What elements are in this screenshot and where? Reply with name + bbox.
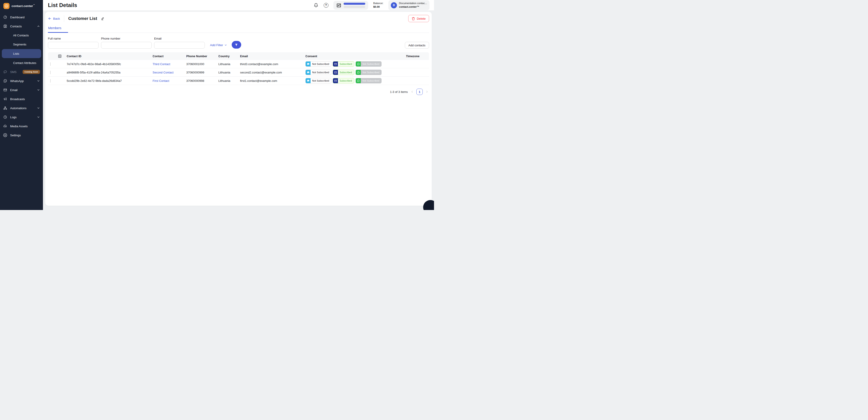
brand-name: contact.center™ (11, 4, 35, 8)
chevron-up-icon (37, 25, 40, 28)
usage-bar-secondary (344, 6, 365, 8)
row-checkbox[interactable] (50, 71, 51, 74)
avatar: D (391, 2, 397, 8)
full-name-input[interactable] (48, 42, 98, 49)
brand-logo-icon (3, 3, 9, 9)
sidebar-item-whatsapp[interactable]: WhatsApp (0, 77, 43, 85)
sidebar-item-label: Contacts (10, 25, 22, 28)
add-contacts-button[interactable]: Add contacts (405, 42, 429, 49)
delete-button[interactable]: Delete (408, 15, 429, 22)
tab-members[interactable]: Members (48, 25, 68, 33)
edit-pencil-icon[interactable] (101, 17, 105, 21)
settings-icon (3, 133, 7, 138)
consent-label: Not Subscribed (361, 63, 381, 65)
user-menu[interactable]: D Documentation contac... contact.center… (388, 0, 430, 10)
usage-widget[interactable] (333, 1, 368, 10)
sidebar-item-label: Settings (10, 133, 21, 137)
topbar: List Details Balance: $0.00 D (43, 0, 434, 10)
cell-contact-link[interactable]: Second Contact (153, 71, 186, 74)
notifications-bell-icon[interactable] (313, 3, 318, 8)
consent-label: Subscribed (338, 79, 354, 82)
consent-label: Not Subscribed (361, 79, 381, 82)
cell-contact-id: 7e747d7c-0fe6-482e-98a6-4b14358005fc (67, 62, 153, 66)
row-checkbox[interactable] (50, 62, 51, 66)
filter-label: Email (154, 37, 205, 40)
sidebar-item-all-contacts[interactable]: All Contacts (0, 31, 43, 40)
sidebar-item-contact-attributes[interactable]: Contact Attributes (0, 58, 43, 67)
content-area: Back Customer List Delete Members Full n… (43, 10, 434, 210)
consent-badge-sms: Not Subscribed (305, 61, 331, 67)
title-row: Back Customer List Delete (48, 12, 429, 23)
sidebar-item-label: WhatsApp (10, 79, 24, 83)
chevron-down-icon (37, 88, 40, 92)
sidebar: contact.center™ DashboardContactsAll Con… (0, 0, 43, 210)
dashboard-icon (3, 15, 7, 20)
back-button[interactable]: Back (48, 17, 60, 20)
consent-label: Not Subscribed (311, 63, 331, 65)
sidebar-item-contacts[interactable]: Contacts (0, 22, 43, 31)
sidebar-item-label: Segments (13, 43, 26, 46)
sidebar-item-label: SMS (10, 70, 17, 74)
cell-phone: 37060000999 (186, 71, 218, 74)
contacts-icon (3, 24, 7, 28)
whatsapp-icon (356, 70, 361, 75)
chevron-down-icon (37, 107, 40, 110)
apply-filter-button[interactable] (232, 41, 241, 49)
cell-contact-link[interactable]: First Contact (153, 79, 186, 83)
column-settings-icon[interactable] (58, 54, 62, 58)
sidebar-item-media-assets[interactable]: Media Assets (0, 122, 43, 131)
sidebar-item-broadcasts[interactable]: Broadcasts (0, 94, 43, 103)
table-row: 7e747d7c-0fe6-482e-98a6-4b14358005fc Thi… (48, 60, 429, 68)
media-icon (3, 124, 7, 128)
sidebar-item-label: Email (10, 88, 18, 92)
sidebar-item-email[interactable]: Email (0, 85, 43, 94)
consent-badge-email: Subscribed (333, 70, 354, 75)
prev-page-icon[interactable] (410, 90, 414, 93)
chat-fab[interactable] (423, 200, 434, 210)
sidebar-nav: DashboardContactsAll ContactsSegmentsLis… (0, 11, 43, 140)
col-contact-id: Contact ID (67, 52, 153, 60)
sidebar-item-segments[interactable]: Segments (0, 40, 43, 49)
tabs-bar: Members (48, 25, 429, 33)
usage-bars (344, 3, 365, 8)
brand-tm: ™ (33, 4, 35, 6)
divider-vertical (64, 15, 64, 22)
sms-icon (3, 70, 7, 74)
consent-badge-sms: Not Subscribed (305, 78, 331, 83)
email-icon (333, 78, 338, 83)
balance-value: $0.00 (373, 5, 383, 9)
add-filter-dropdown[interactable]: Add Filter (210, 43, 227, 47)
col-country: Country (218, 52, 240, 60)
row-checkbox[interactable] (50, 79, 51, 83)
sidebar-item-label: Dashboard (10, 16, 25, 19)
email-input[interactable] (154, 42, 205, 49)
consent-label: Not Subscribed (311, 79, 331, 82)
cell-country: Lithuania (218, 71, 240, 74)
cell-contact-link[interactable]: Third Contact (153, 62, 186, 66)
help-icon[interactable] (323, 3, 329, 8)
cell-country: Lithuania (218, 62, 240, 66)
sidebar-item-logs[interactable]: Logs (0, 113, 43, 122)
sidebar-item-sms[interactable]: SMSComing Soon (0, 67, 43, 77)
table-header: Contact ID Contact Phone Number Country … (48, 52, 429, 60)
table-body: 7e747d7c-0fe6-482e-98a6-4b14358005fc Thi… (48, 60, 429, 85)
logs-icon (3, 115, 7, 119)
coming-soon-badge: Coming Soon (23, 70, 40, 74)
trash-icon (412, 17, 415, 20)
list-name: Customer List (68, 16, 97, 21)
sidebar-item-automations[interactable]: Automations (0, 103, 43, 113)
phone-number-input[interactable] (101, 42, 152, 49)
sidebar-item-lists[interactable]: Lists (2, 49, 41, 58)
page-title: List Details (48, 2, 77, 8)
sidebar-item-label: All Contacts (13, 34, 29, 37)
col-timezone: Timezone (406, 52, 429, 60)
list-details-card: Back Customer List Delete Members Full n… (45, 12, 432, 206)
page-number[interactable]: 1 (416, 89, 423, 95)
cell-country: Lithuania (218, 79, 240, 83)
chevron-down-icon (37, 79, 40, 83)
whatsapp-icon (356, 78, 361, 83)
sidebar-item-dashboard[interactable]: Dashboard (0, 13, 43, 22)
col-phone-number: Phone Number (186, 52, 218, 60)
next-page-icon[interactable] (426, 90, 429, 93)
sidebar-item-settings[interactable]: Settings (0, 131, 43, 140)
